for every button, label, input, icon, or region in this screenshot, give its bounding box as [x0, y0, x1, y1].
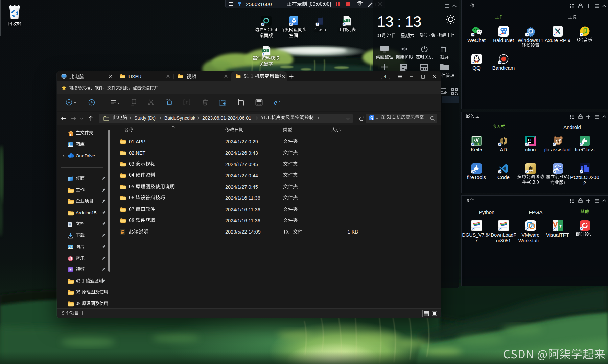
svg-text:PRO: PRO	[559, 168, 563, 170]
svg-text:e: e	[274, 98, 277, 106]
svg-text:CL: CL	[528, 138, 532, 142]
svg-text:5: 5	[477, 142, 480, 145]
svg-text:T: T	[559, 224, 562, 229]
